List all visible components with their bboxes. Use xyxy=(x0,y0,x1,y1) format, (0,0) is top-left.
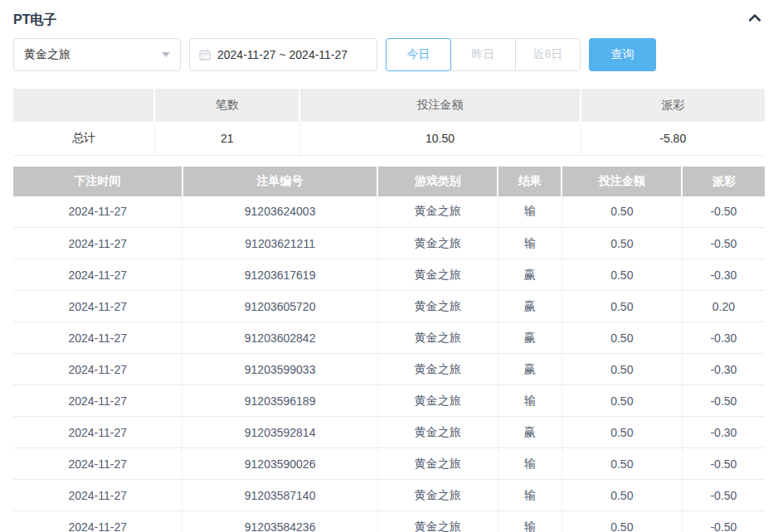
game-select-value: 黄金之旅 xyxy=(24,47,71,62)
bet-amount-cell: 0.50 xyxy=(562,480,682,511)
bet-time-cell: 2024-11-27 xyxy=(13,511,182,532)
bet-amount-cell: 0.50 xyxy=(562,511,682,532)
bet-amount-cell: 0.50 xyxy=(562,448,682,480)
table-row: 2024-11-2791203617619黄金之旅赢0.50-0.30 xyxy=(13,259,765,291)
payout-cell: -0.30 xyxy=(682,322,765,354)
result-cell: 赢 xyxy=(498,354,562,385)
game-type-cell: 黄金之旅 xyxy=(377,228,498,259)
payout-cell: -0.50 xyxy=(682,480,765,511)
game-select[interactable]: 黄金之旅 xyxy=(13,38,181,71)
table-row: 2024-11-2791203621211黄金之旅输0.50-0.50 xyxy=(13,228,765,259)
quick-button-today[interactable]: 今日 xyxy=(386,38,451,71)
order-no-cell: 91203587140 xyxy=(182,480,378,511)
summary-column-header: 笔数 xyxy=(154,89,299,122)
order-no-cell: 91203584236 xyxy=(182,511,378,532)
summary-column-header xyxy=(13,89,154,122)
game-type-cell: 黄金之旅 xyxy=(377,354,498,385)
payout-cell: -0.50 xyxy=(682,228,765,259)
result-cell: 输 xyxy=(498,480,562,511)
payout-cell: -0.50 xyxy=(682,511,765,532)
bet-time-cell: 2024-11-27 xyxy=(13,291,182,322)
table-row: 2024-11-2791203596189黄金之旅输0.50-0.50 xyxy=(13,385,765,417)
bet-amount-cell: 0.50 xyxy=(562,291,682,322)
page-title: PT电子 xyxy=(13,12,56,29)
result-cell: 输 xyxy=(498,448,562,480)
bet-time-cell: 2024-11-27 xyxy=(13,385,182,417)
chevron-up-icon xyxy=(746,10,763,30)
summary-column-header: 派彩 xyxy=(581,89,765,122)
table-row: 2024-11-2791203590026黄金之旅输0.50-0.50 xyxy=(13,448,765,480)
records-column-header: 投注金额 xyxy=(562,167,682,196)
filter-bar: 黄金之旅 2024-11-27 ~ 2024-11-27 今日昨日近8日 查询 xyxy=(13,38,765,71)
order-no-cell: 91203621211 xyxy=(182,228,378,259)
payout-cell: 0.20 xyxy=(682,291,765,322)
result-cell: 输 xyxy=(498,385,562,417)
summary-total-label: 总计 xyxy=(13,122,154,155)
panel-header: PT电子 xyxy=(13,0,765,35)
bet-time-cell: 2024-11-27 xyxy=(13,228,182,259)
result-cell: 输 xyxy=(498,511,562,532)
summary-total-bet-amount: 10.50 xyxy=(299,122,581,155)
order-no-cell: 91203596189 xyxy=(182,385,378,417)
chevron-down-icon xyxy=(162,52,170,57)
bet-amount-cell: 0.50 xyxy=(562,228,682,259)
bet-amount-cell: 0.50 xyxy=(562,385,682,417)
table-row: 2024-11-2791203602842黄金之旅赢0.50-0.30 xyxy=(13,322,765,354)
payout-cell: -0.50 xyxy=(682,196,765,228)
records-header-row: 下注时间注单编号游戏类别结果投注金额派彩 xyxy=(13,167,765,196)
game-type-cell: 黄金之旅 xyxy=(377,511,498,532)
summary-header-row: 笔数投注金额派彩 xyxy=(13,89,765,122)
records-column-header: 下注时间 xyxy=(13,167,182,196)
records-column-header: 注单编号 xyxy=(182,167,378,196)
date-range-input[interactable]: 2024-11-27 ~ 2024-11-27 xyxy=(189,38,377,71)
collapse-panel-button[interactable] xyxy=(745,10,765,30)
result-cell: 赢 xyxy=(498,291,562,322)
result-cell: 赢 xyxy=(498,322,562,354)
bet-amount-cell: 0.50 xyxy=(562,354,682,385)
order-no-cell: 91203599033 xyxy=(182,354,378,385)
payout-cell: -0.30 xyxy=(682,259,765,291)
summary-total-count: 21 xyxy=(154,122,299,155)
game-type-cell: 黄金之旅 xyxy=(377,448,498,480)
order-no-cell: 91203592814 xyxy=(182,417,378,448)
order-no-cell: 91203590026 xyxy=(182,448,378,480)
table-row: 2024-11-2791203584236黄金之旅输0.50-0.50 xyxy=(13,511,765,532)
result-cell: 赢 xyxy=(498,417,562,448)
game-type-cell: 黄金之旅 xyxy=(377,322,498,354)
records-column-header: 游戏类别 xyxy=(377,167,498,196)
calendar-icon xyxy=(198,48,212,61)
pt-games-panel: PT电子 黄金之旅 2024-11-27 ~ 2 xyxy=(0,0,778,532)
quick-button-yesterday[interactable]: 昨日 xyxy=(450,38,516,71)
game-type-cell: 黄金之旅 xyxy=(377,259,498,291)
bet-time-cell: 2024-11-27 xyxy=(13,259,182,291)
order-no-cell: 91203602842 xyxy=(182,322,378,354)
payout-cell: -0.50 xyxy=(682,385,765,417)
game-type-cell: 黄金之旅 xyxy=(377,417,498,448)
table-row: 2024-11-2791203587140黄金之旅输0.50-0.50 xyxy=(13,480,765,511)
result-cell: 输 xyxy=(498,196,562,228)
bet-time-cell: 2024-11-27 xyxy=(13,480,182,511)
game-type-cell: 黄金之旅 xyxy=(377,480,498,511)
bet-time-cell: 2024-11-27 xyxy=(13,448,182,480)
bet-amount-cell: 0.50 xyxy=(562,259,682,291)
records-column-header: 结果 xyxy=(498,167,562,196)
records-table: 下注时间注单编号游戏类别结果投注金额派彩 2024-11-27912036240… xyxy=(13,167,765,532)
date-range-value: 2024-11-27 ~ 2024-11-27 xyxy=(217,48,348,61)
result-cell: 输 xyxy=(498,228,562,259)
bet-time-cell: 2024-11-27 xyxy=(13,354,182,385)
quick-button-last8days[interactable]: 近8日 xyxy=(515,38,581,71)
bet-amount-cell: 0.50 xyxy=(562,322,682,354)
bet-time-cell: 2024-11-27 xyxy=(13,417,182,448)
bet-time-cell: 2024-11-27 xyxy=(13,322,182,354)
payout-cell: -0.30 xyxy=(682,417,765,448)
bet-amount-cell: 0.50 xyxy=(562,196,682,228)
records-body: 2024-11-2791203624003黄金之旅输0.50-0.502024-… xyxy=(13,196,765,532)
order-no-cell: 91203605720 xyxy=(182,291,378,322)
result-cell: 赢 xyxy=(498,259,562,291)
query-button[interactable]: 查询 xyxy=(589,38,656,71)
bet-time-cell: 2024-11-27 xyxy=(13,196,182,228)
game-type-cell: 黄金之旅 xyxy=(377,196,498,228)
summary-table: 笔数投注金额派彩 总计 21 10.50 -5.80 xyxy=(13,89,765,156)
payout-cell: -0.30 xyxy=(682,354,765,385)
date-quick-buttons: 今日昨日近8日 xyxy=(386,38,581,71)
